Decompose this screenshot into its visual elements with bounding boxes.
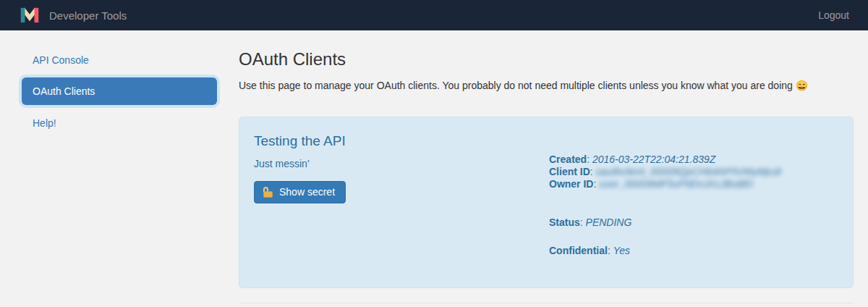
owner-id-label: Owner ID xyxy=(549,178,599,190)
page-title: OAuth Clients xyxy=(239,49,854,70)
client-id-label: Client ID xyxy=(549,166,596,177)
monzo-logo[interactable] xyxy=(20,7,39,24)
sidebar-item-oauth-clients[interactable]: OAuth Clients xyxy=(22,77,217,105)
confidential-label: Confidential xyxy=(549,245,613,256)
monzo-m-icon xyxy=(20,7,39,24)
open-padlock-icon xyxy=(263,187,273,198)
status-label: Status xyxy=(549,216,586,228)
status-row: StatusPENDING xyxy=(549,216,782,229)
top-navbar: Developer Tools Logout xyxy=(0,0,868,30)
page-body: API Console OAuth Clients Help! OAuth Cl… xyxy=(0,30,868,303)
client-details: Created2016-03-22T22:04:21.839Z Client I… xyxy=(549,133,782,258)
client-description: Just messin' xyxy=(254,158,549,169)
client-summary: Testing the API Just messin' Show secret xyxy=(254,133,549,258)
navbar-brand-group: Developer Tools xyxy=(20,7,127,24)
created-label: Created xyxy=(549,154,592,165)
logout-link[interactable]: Logout xyxy=(818,9,849,21)
footer-divider xyxy=(239,303,854,303)
confidential-value: Yes xyxy=(613,245,630,256)
show-secret-button[interactable]: Show secret xyxy=(254,181,346,203)
client-id-value-blurred: oauthclient_00009QpCHbAhP5VMyMjcdr xyxy=(596,166,783,177)
show-secret-label: Show secret xyxy=(279,186,335,198)
page-description: Use this page to manage your OAuth clien… xyxy=(239,78,854,93)
confidential-row: ConfidentialYes xyxy=(549,245,782,257)
sidebar-nav: API Console OAuth Clients Help! xyxy=(22,46,217,303)
client-meta-block: Created2016-03-22T22:04:21.839Z Client I… xyxy=(549,154,782,190)
owner-id-value-blurred: user_00009MF5sP5Ee1KsJBsBEr xyxy=(599,178,754,190)
sidebar-item-help[interactable]: Help! xyxy=(22,109,217,137)
app-title: Developer Tools xyxy=(49,9,127,22)
oauth-client-card: Testing the API Just messin' Show secret… xyxy=(239,117,854,288)
client-name: Testing the API xyxy=(254,133,549,149)
main-content: OAuth Clients Use this page to manage yo… xyxy=(239,46,854,303)
client-id-row: Client IDoauthclient_00009QpCHbAhP5VMyMj… xyxy=(549,166,782,178)
owner-id-row: Owner IDuser_00009MF5sP5Ee1KsJBsBEr xyxy=(549,178,782,190)
created-value: 2016-03-22T22:04:21.839Z xyxy=(592,154,715,165)
created-row: Created2016-03-22T22:04:21.839Z xyxy=(549,154,782,166)
sidebar-item-api-console[interactable]: API Console xyxy=(22,46,217,74)
status-value: PENDING xyxy=(586,216,632,228)
